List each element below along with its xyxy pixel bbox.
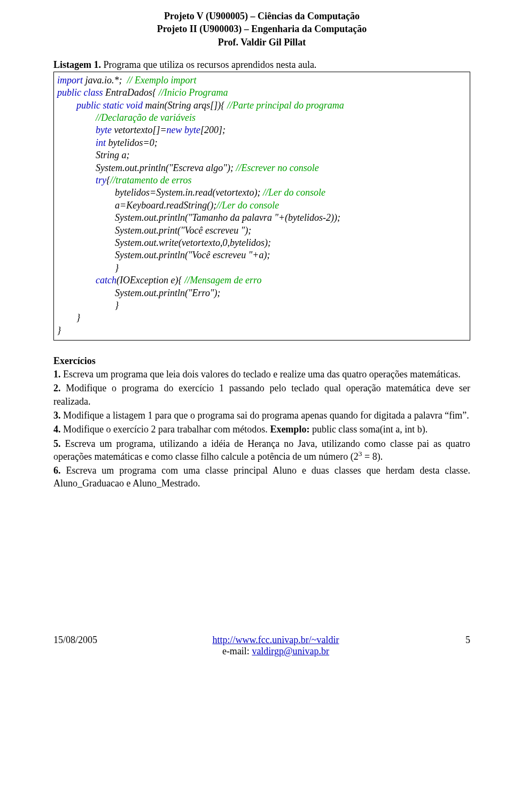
exercise-text: public class soma(int a, int b). [309, 424, 428, 435]
exercise-text: Escreva um programa, utilizando a idéia … [53, 438, 470, 462]
code-token: System.out.println("Você escreveu "+a); [115, 250, 270, 260]
code-token: try [96, 175, 106, 185]
code-comment: //Parte principal do programa [227, 100, 344, 111]
exercise-text: Modifique o exercício 2 para trabalhar c… [61, 424, 270, 435]
code-token: public static void [76, 100, 143, 111]
code-token: [200]; [200, 125, 226, 135]
exercise-item: 4. Modifique o exercício 2 para trabalha… [53, 423, 470, 436]
footer-email-link[interactable]: valdirgp@univap.br [252, 646, 329, 656]
exercise-item: 6. Escreva um programa com uma classe pr… [53, 464, 470, 490]
code-token: public class [57, 87, 103, 98]
exercise-item: 5. Escreva um programa, utilizando a idé… [53, 437, 470, 463]
code-token: new byte [167, 125, 200, 135]
code-comment: //Mensagem de erro [184, 275, 261, 285]
exercise-item: 3. Modifique a listagem 1 para que o pro… [53, 409, 470, 422]
code-token: import [57, 75, 83, 86]
exercise-text: Escreva um programa com uma classe princ… [53, 465, 470, 489]
code-token: System.out.write(vetortexto,0,bytelidos)… [115, 237, 271, 248]
exercise-number: 5. [53, 438, 61, 449]
exercise-text: Modifique o programa do exercício 1 pass… [53, 383, 470, 406]
code-token: vetortexto[]= [112, 125, 167, 135]
page-footer: 15/08/2005 http://www.fcc.univap.br/~val… [53, 635, 470, 657]
exercise-number: 2. [53, 383, 61, 393]
code-token: main(String arqs[]){ [143, 100, 227, 111]
code-comment: //Inicio Programa [159, 87, 228, 98]
code-token: System.out.println("Tamanho da palavra "… [115, 212, 340, 223]
code-comment: // Exemplo import [127, 75, 197, 86]
code-comment: //Ler do console [216, 200, 279, 211]
code-token: (IOException e){ [116, 275, 184, 285]
listing-caption-bold: Listagem 1. [53, 59, 101, 70]
document-page: Projeto V (U900005) – Ciências da Comput… [0, 0, 513, 673]
exercise-number: 6. [53, 465, 61, 476]
exercises-title: Exercícios [53, 355, 470, 367]
page-header: Projeto V (U900005) – Ciências da Comput… [53, 10, 470, 49]
exercise-text: Modifique a listagem 1 para que o progra… [61, 410, 469, 421]
header-line-1: Projeto V (U900005) – Ciências da Comput… [53, 10, 470, 22]
code-token: byte [96, 125, 112, 135]
header-line-2: Projeto II (U900003) – Engenharia da Com… [53, 22, 470, 35]
code-token: String a; [96, 150, 130, 160]
exercise-bold: Exemplo: [270, 424, 309, 435]
exercise-item: 1. Escreva um programa que leia dois val… [53, 368, 470, 381]
header-line-3: Prof. Valdir Gil Pillat [53, 36, 470, 49]
code-comment: //Declaração de variáveis [96, 112, 196, 123]
footer-email-label: e-mail: [222, 646, 252, 656]
code-token: } [115, 262, 119, 273]
exercise-superscript: 3 [359, 450, 362, 458]
code-token: System.out.println("Erro"); [115, 288, 220, 298]
code-token: } [57, 325, 61, 336]
code-comment: //Ler do console [263, 187, 325, 198]
exercise-item: 2. Modifique o programa do exercício 1 p… [53, 382, 470, 408]
listing-caption-rest: Programa que utiliza os recursos aprendi… [101, 59, 316, 70]
code-token: } [76, 312, 80, 323]
footer-url-link[interactable]: http://www.fcc.univap.br/~valdir [213, 635, 339, 645]
exercise-number: 1. [53, 369, 61, 380]
footer-page-number: 5 [454, 635, 470, 646]
code-comment: //tratamento de erros [110, 175, 191, 185]
exercise-text: = 8). [362, 451, 383, 462]
code-token: EntraDados{ [103, 87, 159, 98]
code-token: int [96, 137, 106, 148]
code-comment: //Escrever no console [236, 163, 318, 173]
code-token: java.io.*; [83, 75, 127, 86]
code-token: catch [96, 275, 116, 285]
exercise-text: Escreva um programa que leia dois valore… [61, 369, 461, 380]
footer-center: http://www.fcc.univap.br/~valdir e-mail:… [97, 635, 454, 657]
code-token: System.out.print("Você escreveu "); [115, 225, 251, 236]
code-listing-box: import java.io.*; // Exemplo import publ… [53, 72, 470, 341]
code-token: a=Keyboard.readString(); [115, 200, 216, 211]
code-token: } [115, 300, 119, 311]
footer-date: 15/08/2005 [53, 635, 97, 646]
code-token: System.out.println("Escreva algo"); [96, 163, 236, 173]
exercise-number: 4. [53, 424, 61, 435]
code-token: bytelidos=System.in.read(vetortexto); [115, 187, 263, 198]
code-token: bytelidos=0; [106, 137, 158, 148]
exercise-number: 3. [53, 410, 61, 421]
listing-caption: Listagem 1. Programa que utiliza os recu… [53, 59, 470, 71]
